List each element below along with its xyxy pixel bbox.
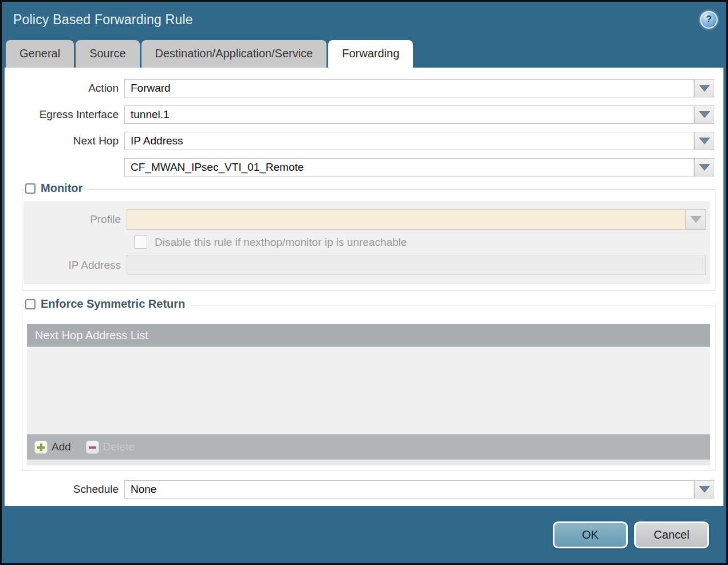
table-hscroll-track	[27, 460, 710, 465]
chevron-down-icon	[699, 164, 710, 171]
disable-rule-row: Disable this rule if nexthop/monitor ip …	[23, 236, 710, 249]
enforce-symmetric-return-group: Enforce Symmetric Return Next Hop Addres…	[22, 305, 715, 470]
next-hop-address-list-toolbar: Add Delete	[27, 434, 710, 460]
tab-content-forwarding: Action Egress Interface Next Hop	[5, 68, 723, 506]
disable-rule-checkbox	[134, 236, 147, 249]
dialog-title: Policy Based Forwarding Rule	[13, 12, 700, 28]
monitor-ip-address-row: IP Address	[23, 256, 710, 275]
dialog-titlebar: Policy Based Forwarding Rule ?	[2, 2, 726, 37]
monitor-group: Monitor Profile Disable this rule if nex…	[22, 189, 715, 291]
profile-dropdown-button	[686, 209, 706, 230]
enforce-symmetric-return-legend: Enforce Symmetric Return	[24, 297, 191, 311]
schedule-label: Schedule	[6, 483, 124, 496]
profile-label: Profile	[23, 213, 127, 226]
profile-input	[127, 209, 686, 230]
tab-destination-application-service[interactable]: Destination/Application/Service	[141, 40, 327, 68]
enforce-symmetric-return-checkbox[interactable]	[25, 299, 36, 309]
next-hop-label: Next Hop	[6, 135, 124, 147]
tab-forwarding[interactable]: Forwarding	[328, 40, 413, 68]
next-hop-type-dropdown-button[interactable]	[694, 132, 714, 150]
chevron-down-icon	[690, 216, 702, 223]
monitor-checkbox[interactable]	[25, 183, 36, 194]
action-label: Action	[6, 82, 124, 95]
monitor-ip-address-label: IP Address	[23, 259, 127, 272]
next-hop-address-list-header: Next Hop Address List	[27, 324, 710, 347]
delete-button: Delete	[86, 441, 135, 454]
policy-based-forwarding-dialog: Policy Based Forwarding Rule ? General S…	[0, 0, 728, 565]
action-dropdown-button[interactable]	[694, 79, 714, 97]
profile-row: Profile	[23, 209, 710, 230]
next-hop-address-input[interactable]	[124, 158, 694, 176]
action-row: Action	[5, 79, 723, 97]
next-hop-address-dropdown-button[interactable]	[694, 158, 714, 176]
egress-interface-input[interactable]	[124, 105, 694, 124]
schedule-input[interactable]	[124, 480, 694, 499]
chevron-down-icon	[699, 111, 710, 118]
action-input[interactable]	[124, 79, 694, 97]
chevron-down-icon	[699, 85, 710, 92]
next-hop-row: Next Hop	[5, 132, 723, 150]
tab-bar: General Source Destination/Application/S…	[2, 37, 726, 68]
egress-interface-row: Egress Interface	[5, 105, 723, 124]
chevron-down-icon	[699, 486, 710, 493]
minus-icon	[86, 441, 99, 454]
ok-button[interactable]: OK	[553, 521, 628, 548]
egress-interface-label: Egress Interface	[6, 108, 124, 121]
disable-rule-label: Disable this rule if nexthop/monitor ip …	[155, 236, 407, 249]
add-button[interactable]: Add	[34, 441, 71, 454]
plus-icon	[34, 441, 48, 454]
enforce-symmetric-return-title: Enforce Symmetric Return	[41, 297, 185, 311]
schedule-dropdown-button[interactable]	[694, 480, 714, 499]
tab-general[interactable]: General	[6, 40, 74, 68]
tab-source[interactable]: Source	[76, 40, 139, 68]
next-hop-address-list-body	[27, 347, 710, 434]
monitor-legend: Monitor	[24, 182, 88, 195]
cancel-button[interactable]: Cancel	[634, 521, 709, 548]
dialog-footer: OK Cancel	[2, 506, 726, 563]
schedule-row: Schedule	[5, 480, 723, 499]
egress-interface-dropdown-button[interactable]	[694, 105, 714, 124]
delete-button-label: Delete	[103, 441, 135, 453]
next-hop-address-row	[5, 158, 723, 176]
monitor-ip-address-input	[127, 256, 706, 275]
monitor-panel: Profile Disable this rule if nexthop/mon…	[23, 201, 710, 284]
help-icon[interactable]: ?	[700, 11, 718, 29]
monitor-group-title: Monitor	[41, 182, 82, 195]
add-button-label: Add	[52, 441, 71, 453]
chevron-down-icon	[699, 138, 710, 144]
next-hop-address-list-table: Next Hop Address List Add Delete	[27, 324, 710, 465]
next-hop-type-input[interactable]	[124, 132, 694, 150]
